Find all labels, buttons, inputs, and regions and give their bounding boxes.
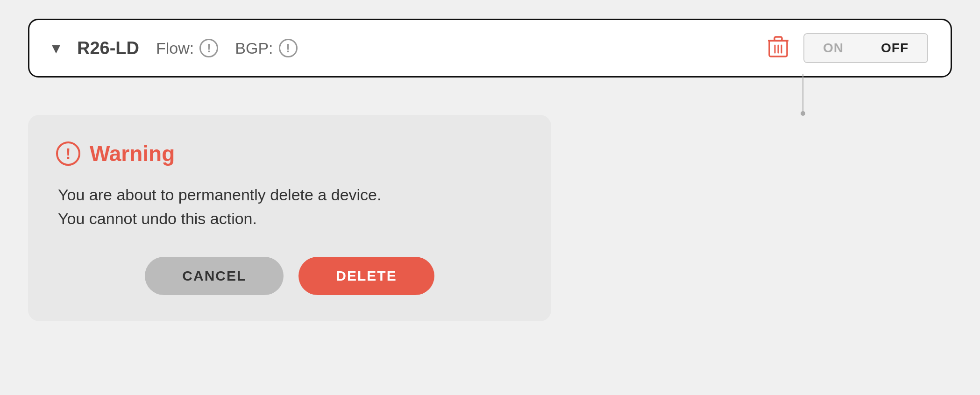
warning-title: Warning	[90, 141, 175, 166]
device-name: R26-LD	[77, 38, 139, 58]
svg-rect-2	[774, 37, 782, 41]
bgp-info-icon[interactable]: !	[279, 39, 298, 57]
scene: ▾ R26-LD Flow: ! BGP: !	[28, 19, 952, 321]
toggle-on-button[interactable]: ON	[804, 34, 862, 62]
cancel-button[interactable]: CANCEL	[145, 257, 284, 295]
device-card: ▾ R26-LD Flow: ! BGP: !	[28, 19, 952, 78]
warning-line2: You cannot undo this action.	[58, 207, 523, 231]
delete-button[interactable]: DELETE	[298, 257, 434, 295]
warning-header: ! Warning	[56, 141, 523, 166]
toggle-off-button[interactable]: OFF	[862, 34, 927, 62]
flow-meta: Flow: !	[156, 39, 218, 57]
device-right: ON OFF	[768, 33, 928, 63]
warning-line1: You are about to permanently delete a de…	[58, 183, 523, 207]
on-off-toggle: ON OFF	[803, 33, 928, 63]
device-left: ▾ R26-LD Flow: ! BGP: !	[52, 38, 298, 58]
bgp-label: BGP:	[235, 39, 273, 57]
popup-actions: CANCEL DELETE	[56, 257, 523, 295]
warning-icon: !	[56, 141, 80, 166]
delete-device-icon[interactable]	[768, 36, 788, 60]
bgp-meta: BGP: !	[235, 39, 297, 57]
flow-info-icon[interactable]: !	[199, 39, 218, 57]
chevron-down-icon[interactable]: ▾	[52, 38, 60, 58]
warning-body: You are about to permanently delete a de…	[56, 183, 523, 231]
flow-label: Flow:	[156, 39, 194, 57]
connector-line	[802, 74, 803, 116]
warning-popup: ! Warning You are about to permanently d…	[28, 115, 551, 321]
